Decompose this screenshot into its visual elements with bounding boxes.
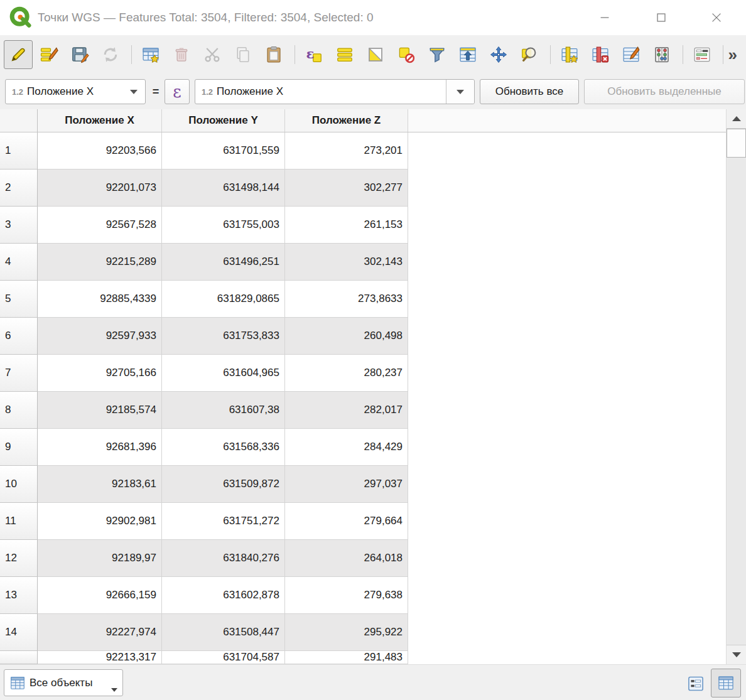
table-cell[interactable]: 631755,003 <box>162 207 285 244</box>
table-cell[interactable]: 297,037 <box>285 466 408 503</box>
row-number[interactable]: 11 <box>0 503 38 540</box>
table-cell[interactable]: 295,922 <box>285 614 408 651</box>
deselect-all-button[interactable] <box>392 40 421 69</box>
table-cell[interactable]: 264,018 <box>285 540 408 577</box>
table-cell[interactable]: 273,8633 <box>285 281 408 318</box>
update-selected-button[interactable]: Обновить выделенные <box>584 79 745 104</box>
table-cell[interactable]: 92597,933 <box>38 318 162 355</box>
table-cell[interactable]: 631701,559 <box>162 132 285 170</box>
table-cell[interactable]: 631607,38 <box>162 392 285 429</box>
row-number[interactable]: 13 <box>0 577 38 614</box>
minimize-button[interactable] <box>589 0 620 35</box>
filter-button[interactable] <box>423 40 451 69</box>
maximize-button[interactable] <box>646 0 677 35</box>
toolbar-overflow-button[interactable]: » <box>728 45 737 65</box>
corner-header[interactable] <box>0 109 38 132</box>
table-cell[interactable]: 302,277 <box>285 170 408 207</box>
update-all-button[interactable]: Обновить все <box>480 79 579 104</box>
table-cell[interactable]: 631496,251 <box>162 244 285 281</box>
row-number[interactable]: 4 <box>0 244 38 281</box>
table-cell[interactable]: 284,429 <box>285 429 408 466</box>
pan-to-selection-button[interactable] <box>484 40 513 69</box>
field-selector-dropdown[interactable]: 1.2 Положение X <box>5 79 146 104</box>
new-field-button[interactable] <box>555 40 584 69</box>
column-header-z[interactable]: Положение Z <box>285 109 408 132</box>
table-cell[interactable]: 92666,159 <box>38 577 162 614</box>
add-feature-button[interactable] <box>136 40 165 69</box>
row-number[interactable]: 7 <box>0 355 38 392</box>
conditional-formatting-button[interactable] <box>688 40 716 69</box>
table-cell[interactable]: 92189,97 <box>38 540 162 577</box>
select-all-button[interactable] <box>330 40 359 69</box>
table-cell[interactable]: 92203,566 <box>38 132 162 170</box>
multiedit-button[interactable] <box>35 40 63 69</box>
row-number[interactable]: 3 <box>0 207 38 244</box>
table-cell[interactable]: 631604,965 <box>162 355 285 392</box>
move-selection-top-button[interactable] <box>453 40 482 69</box>
table-cell[interactable]: 631751,272 <box>162 503 285 540</box>
table-cell[interactable]: 92681,396 <box>38 429 162 466</box>
form-view-button[interactable] <box>684 672 707 695</box>
table-cell[interactable]: 92201,073 <box>38 170 162 207</box>
reload-button[interactable] <box>96 40 125 69</box>
table-cell[interactable]: 631840,276 <box>162 540 285 577</box>
table-cell[interactable]: 273,201 <box>285 132 408 170</box>
table-cell[interactable]: 92215,289 <box>38 244 162 281</box>
zoom-to-selection-button[interactable] <box>515 40 544 69</box>
table-cell[interactable]: 631704,587 <box>162 651 285 664</box>
table-cell[interactable]: 279,664 <box>285 503 408 540</box>
vertical-scrollbar[interactable] <box>726 109 746 664</box>
field-calculator-button[interactable] <box>647 40 676 69</box>
table-cell[interactable]: 92705,166 <box>38 355 162 392</box>
table-cell[interactable]: 92185,574 <box>38 392 162 429</box>
row-number[interactable]: 10 <box>0 466 38 503</box>
delete-selected-button[interactable] <box>167 40 196 69</box>
row-number[interactable]: 5 <box>0 281 38 318</box>
table-view-button[interactable] <box>711 669 741 697</box>
table-cell[interactable]: 92902,981 <box>38 503 162 540</box>
invert-selection-button[interactable] <box>361 40 390 69</box>
scroll-up-button[interactable] <box>727 109 746 129</box>
close-button[interactable] <box>701 0 732 35</box>
row-number[interactable]: 8 <box>0 392 38 429</box>
table-cell[interactable]: 279,638 <box>285 577 408 614</box>
table-cell[interactable]: 261,153 <box>285 207 408 244</box>
table-cell[interactable]: 260,498 <box>285 318 408 355</box>
table-cell[interactable]: 631509,872 <box>162 466 285 503</box>
row-number[interactable]: 1 <box>0 132 38 170</box>
table-cell[interactable]: 92885,4339 <box>38 281 162 318</box>
table-cell[interactable]: 291,483 <box>285 651 408 664</box>
edit-fields-button[interactable] <box>617 40 646 69</box>
save-edits-button[interactable] <box>65 40 94 69</box>
row-number[interactable] <box>0 651 38 664</box>
copy-button[interactable] <box>229 40 257 69</box>
delete-field-button[interactable] <box>586 40 615 69</box>
expression-builder-button[interactable]: ε <box>165 79 190 104</box>
table-cell[interactable]: 92227,974 <box>38 614 162 651</box>
select-by-expression-button[interactable]: ε <box>300 40 328 69</box>
table-cell[interactable]: 302,143 <box>285 244 408 281</box>
cut-button[interactable] <box>198 40 227 69</box>
expression-input[interactable]: 1.2 Положение X <box>195 79 475 104</box>
row-number[interactable]: 2 <box>0 170 38 207</box>
column-header-x[interactable]: Положение X <box>38 109 162 132</box>
row-number[interactable]: 9 <box>0 429 38 466</box>
table-cell[interactable]: 631568,336 <box>162 429 285 466</box>
column-header-y[interactable]: Положение Y <box>162 109 285 132</box>
table-cell[interactable]: 631602,878 <box>162 577 285 614</box>
row-number[interactable]: 14 <box>0 614 38 651</box>
row-number[interactable]: 12 <box>0 540 38 577</box>
table-cell[interactable]: 92567,528 <box>38 207 162 244</box>
scrollbar-thumb[interactable] <box>727 129 746 158</box>
table-cell[interactable]: 631508,447 <box>162 614 285 651</box>
toggle-editing-button[interactable] <box>4 40 33 69</box>
table-cell[interactable]: 631753,833 <box>162 318 285 355</box>
table-cell[interactable]: 282,017 <box>285 392 408 429</box>
feature-filter-button[interactable]: Все объекты <box>4 669 123 696</box>
table-cell[interactable]: 631829,0865 <box>162 281 285 318</box>
table-cell[interactable]: 92183,61 <box>38 466 162 503</box>
row-number[interactable]: 6 <box>0 318 38 355</box>
table-cell[interactable]: 631498,144 <box>162 170 285 207</box>
table-cell[interactable]: 92213,317 <box>38 651 162 664</box>
expression-dropdown-button[interactable] <box>446 80 474 104</box>
